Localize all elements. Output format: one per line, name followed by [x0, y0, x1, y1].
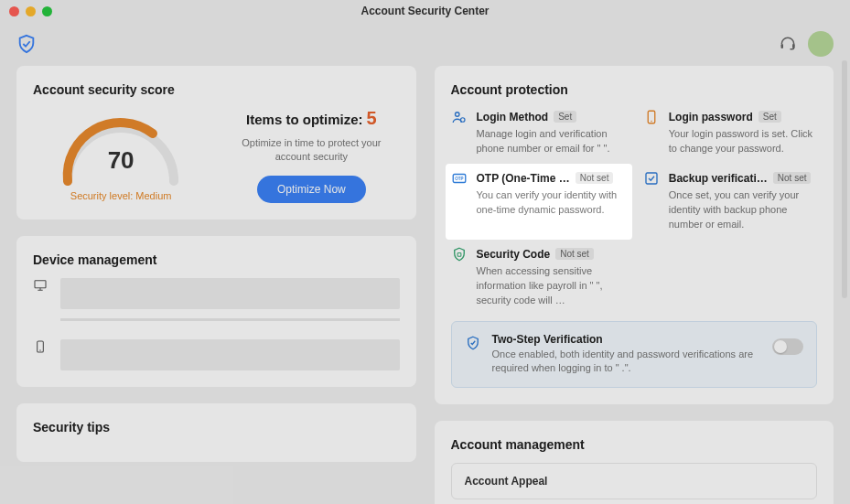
- protection-item-title: Security Code: [477, 248, 551, 261]
- score-value: 70: [57, 146, 185, 175]
- window-title: Account Security Center: [0, 5, 850, 17]
- protection-item-desc: Once set, you can verify your identity w…: [669, 188, 817, 232]
- status-badge: Not set: [773, 172, 812, 184]
- svg-rect-0: [781, 44, 784, 48]
- optimize-count: 5: [367, 108, 377, 128]
- security-score-card: Account security score 70 Security level…: [16, 66, 416, 220]
- optimize-now-button[interactable]: Optimize Now: [257, 176, 366, 203]
- account-appeal-label: Account Appeal: [465, 475, 548, 488]
- shield-check-icon: [465, 335, 481, 351]
- svg-point-8: [651, 121, 652, 123]
- support-headset-icon[interactable]: [779, 35, 797, 53]
- status-badge: Not set: [576, 172, 614, 184]
- svg-rect-2: [35, 280, 46, 287]
- optimize-description: Optimize in time to protect your account…: [238, 136, 384, 165]
- two-step-desc: Once enabled, both identity and password…: [492, 348, 762, 377]
- account-appeal-row[interactable]: Account Appeal: [451, 463, 818, 499]
- security-tips-heading: Security tips: [33, 420, 400, 434]
- device-row-desktop[interactable]: [33, 278, 400, 321]
- account-management-heading: Account management: [451, 437, 818, 452]
- device-management-heading: Device management: [33, 252, 400, 267]
- protection-item-login-password[interactable]: Login passwordSet Your login password is…: [643, 108, 817, 156]
- two-step-title: Two-Step Verification: [492, 333, 762, 346]
- scrollbar[interactable]: [842, 60, 847, 298]
- protection-item-title: Backup verificati…: [669, 172, 768, 185]
- status-badge: Not set: [555, 248, 594, 260]
- svg-text:OTP: OTP: [455, 177, 463, 181]
- protection-item-backup-verification[interactable]: Backup verificati…Not set Once set, you …: [643, 169, 817, 232]
- app-header: [0, 22, 850, 66]
- phone-password-icon: [643, 109, 660, 125]
- protection-item-title: Login password: [669, 111, 753, 123]
- desktop-icon: [33, 278, 48, 293]
- score-gauge: 70: [57, 110, 185, 188]
- protection-item-security-code[interactable]: Security CodeNot set When accessing sens…: [451, 245, 625, 308]
- protection-item-login-method[interactable]: Login MethodSet Manage login and verific…: [451, 108, 625, 156]
- svg-rect-12: [457, 252, 461, 256]
- account-protection-card: Account protection Login MethodSet Manag…: [435, 66, 834, 404]
- svg-rect-1: [792, 44, 795, 48]
- optimize-label: Items to optimize:: [246, 112, 363, 127]
- device-row-mobile[interactable]: [33, 339, 400, 370]
- protection-item-desc: When accessing sensitive information lik…: [477, 264, 625, 308]
- svg-point-5: [455, 113, 459, 117]
- protection-item-desc: Your login password is set. Click to cha…: [669, 127, 817, 156]
- protection-item-desc: You can verify your identity with one-ti…: [477, 188, 625, 218]
- backup-check-icon: [643, 170, 660, 187]
- svg-point-4: [39, 349, 40, 350]
- otp-icon: OTP: [451, 170, 468, 187]
- two-step-verification-row: Two-Step Verification Once enabled, both…: [451, 321, 818, 389]
- protection-item-title: Login Method: [477, 111, 549, 123]
- account-protection-heading: Account protection: [451, 82, 818, 97]
- user-icon: [451, 109, 468, 125]
- security-tips-card: Security tips: [16, 403, 416, 462]
- svg-rect-11: [646, 173, 657, 184]
- phone-icon: [33, 339, 48, 354]
- account-management-card: Account management Account Appeal: [435, 421, 834, 504]
- security-score-heading: Account security score: [33, 82, 400, 97]
- two-step-toggle[interactable]: [772, 338, 803, 355]
- shield-lock-icon: [451, 246, 468, 263]
- status-badge: Set: [759, 111, 781, 123]
- status-badge: Set: [554, 111, 576, 123]
- protection-item-desc: Manage login and verification phone numb…: [477, 127, 625, 156]
- user-avatar[interactable]: [808, 31, 834, 57]
- svg-point-6: [460, 118, 465, 123]
- app-logo-shield-icon: [16, 34, 37, 54]
- protection-item-title: OTP (One-Time …: [477, 172, 570, 185]
- device-management-card: Device management: [16, 236, 416, 387]
- security-level-label: Security level: Medium: [70, 190, 172, 201]
- protection-item-otp[interactable]: OTP OTP (One-Time …Not set You can verif…: [446, 164, 632, 240]
- titlebar: Account Security Center: [0, 0, 850, 22]
